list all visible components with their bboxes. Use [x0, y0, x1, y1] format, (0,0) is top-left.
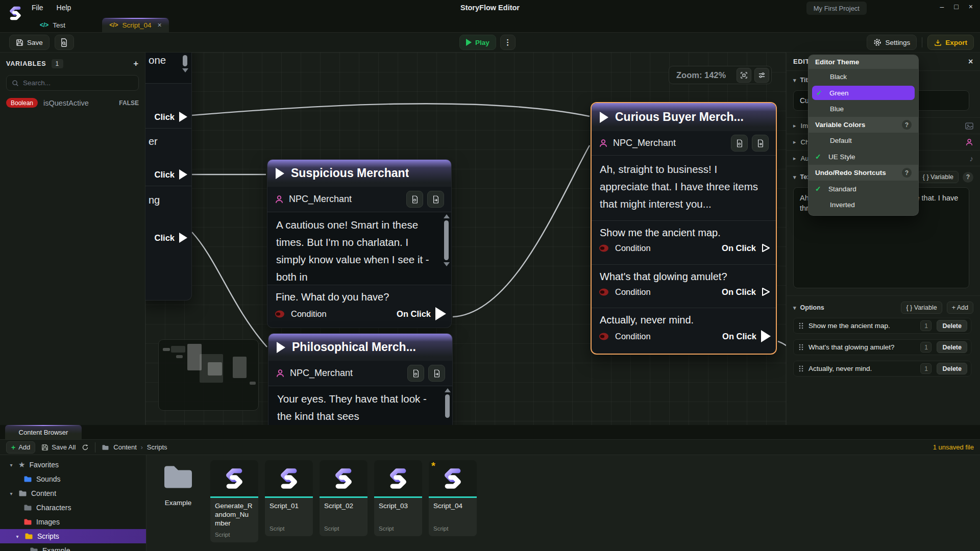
asset-card-script03[interactable]: Script_03 Script — [374, 460, 422, 536]
breadcrumb-scripts[interactable]: Scripts — [147, 443, 167, 451]
save-button[interactable]: Save — [9, 35, 50, 50]
search-input[interactable] — [23, 79, 133, 87]
preview-file-button[interactable] — [406, 191, 423, 208]
menu-item-inverted[interactable]: Inverted — [808, 197, 918, 213]
node-clipped-left[interactable]: one Click er Click ng — [145, 53, 192, 300]
tree-item-images[interactable]: Images — [0, 515, 146, 529]
dialogue-text[interactable]: A cautious one! Smart in these times. Bu… — [267, 212, 451, 285]
option-text[interactable]: Actually, never mind. — [592, 308, 776, 327]
asset-card-script02[interactable]: Script_02 Script — [320, 460, 368, 536]
onclick-handle[interactable]: Click — [155, 112, 187, 122]
onclick-handle[interactable]: Click — [155, 169, 187, 180]
option-text[interactable]: Fine. What do you have? — [267, 285, 451, 304]
insert-variable-button[interactable]: { } Variable — [918, 171, 959, 183]
tree-item-characters[interactable]: Characters — [0, 500, 146, 515]
menu-file[interactable]: File — [32, 4, 43, 12]
drag-handle-icon[interactable] — [799, 344, 803, 350]
drag-handle-icon[interactable] — [799, 322, 803, 329]
delete-option-button[interactable]: Delete — [937, 341, 967, 353]
menu-item-blue[interactable]: Blue — [808, 101, 918, 117]
menu-item-ue-style[interactable]: ✓ UE Style — [808, 148, 918, 165]
chevron-down-icon[interactable]: ▾ — [8, 462, 14, 468]
preview-file-button[interactable] — [731, 135, 748, 152]
breadcrumb-content[interactable]: Content — [113, 443, 137, 451]
play-button[interactable]: Play — [459, 35, 496, 50]
fit-view-button[interactable] — [737, 68, 751, 83]
chevron-down-icon[interactable]: ▾ — [14, 534, 20, 539]
save-all-button[interactable]: Save All — [41, 443, 76, 451]
settings-button[interactable]: Settings — [867, 35, 917, 50]
dialogue-text[interactable]: Your eyes. They have that look - the kin… — [268, 386, 452, 425]
maximize-icon[interactable]: □ — [954, 3, 958, 11]
open-file-button[interactable] — [427, 191, 444, 208]
help-icon[interactable]: ? — [963, 172, 973, 183]
onclick-handle[interactable]: On Click — [397, 307, 446, 320]
asset-card-generate-random-number[interactable]: Generate_Random_Number Script — [210, 460, 258, 542]
node-header[interactable]: Curious Buyer Merch... — [592, 103, 776, 131]
asset-card-script04[interactable]: * Script_04 Script — [429, 460, 477, 536]
minimize-icon[interactable]: – — [940, 3, 944, 11]
onclick-handle[interactable]: On Click — [722, 330, 771, 342]
help-icon[interactable]: ? — [902, 120, 912, 130]
tree-item-example[interactable]: Example — [0, 543, 146, 551]
onclick-handle[interactable]: Click — [155, 233, 187, 243]
menu-item-default[interactable]: Default — [808, 133, 918, 148]
option-block[interactable]: Show me the ancient map. Condition On Cl… — [592, 221, 776, 264]
onclick-handle[interactable]: On Click — [722, 243, 771, 253]
option-row[interactable]: Show me the ancient map. 1 Delete — [793, 318, 971, 334]
refresh-button[interactable] — [82, 444, 89, 451]
dialogue-text[interactable]: Ah, straight to business! I appreciate t… — [592, 156, 776, 221]
menu-item-green[interactable]: ✓ Green — [812, 86, 915, 100]
variable-row[interactable]: Boolean isQuestActive FALSE — [6, 98, 139, 108]
asset-folder-example[interactable]: Example — [153, 460, 204, 507]
node-header[interactable]: Suspicious Merchant — [267, 160, 451, 187]
scrollbar[interactable] — [443, 214, 450, 283]
option-block[interactable]: What's that glowing amulet? Condition On… — [592, 264, 776, 308]
option-row[interactable]: Actually, never mind. 1 Delete — [793, 361, 971, 377]
onclick-handle[interactable]: On Click — [722, 287, 771, 297]
tab-script04[interactable]: </> Script_04 × — [102, 18, 169, 32]
menu-item-standard[interactable]: ✓ Standard — [808, 181, 918, 197]
export-button[interactable]: Export — [927, 35, 974, 50]
tab-close-icon[interactable]: × — [158, 21, 162, 29]
more-options-button[interactable]: ⋮ — [500, 35, 516, 50]
tree-item-sounds[interactable]: Sounds — [0, 472, 146, 486]
option-text[interactable]: What's that glowing amulet? — [592, 265, 776, 284]
add-variable-button[interactable]: + — [133, 59, 139, 69]
node-graph-canvas[interactable]: one Click er Click ng — [145, 53, 786, 425]
node-curious-buyer-merchant[interactable]: Curious Buyer Merch... NPC_Merchant Ah, … — [591, 102, 777, 355]
option-row[interactable]: What's that glowing amulet? 1 Delete — [793, 339, 971, 355]
add-option-button[interactable]: + Add — [947, 302, 973, 314]
close-icon[interactable]: × — [969, 3, 973, 11]
preview-file-button[interactable] — [407, 365, 424, 382]
inspector-close-icon[interactable]: × — [968, 57, 973, 66]
content-browser-tab[interactable]: Content Browser — [5, 425, 82, 439]
delete-option-button[interactable]: Delete — [937, 363, 967, 374]
condition-label[interactable]: Condition — [291, 309, 327, 319]
tree-item-scripts[interactable]: ▾ Scripts — [0, 529, 146, 543]
node-header[interactable]: Philosophical Merch... — [268, 334, 452, 361]
variables-search[interactable] — [6, 75, 139, 91]
insert-variable-button[interactable]: { } Variable — [901, 302, 942, 314]
delete-option-button[interactable]: Delete — [937, 320, 967, 332]
help-icon[interactable]: ? — [902, 168, 912, 178]
open-file-button[interactable] — [428, 365, 445, 382]
tree-item-favorites[interactable]: ▾ ★ Favorites — [0, 458, 146, 472]
condition-label[interactable]: Condition — [615, 287, 651, 297]
scrollbar[interactable] — [182, 55, 188, 81]
add-asset-button[interactable]: + Add — [6, 441, 35, 454]
menu-help[interactable]: Help — [57, 4, 71, 12]
option-block[interactable]: Actually, never mind. Condition On Click — [592, 308, 776, 352]
minimap[interactable] — [158, 339, 259, 411]
scrollbar[interactable] — [444, 388, 451, 425]
chevron-down-icon[interactable]: ▾ — [8, 491, 14, 496]
script-preview-button[interactable] — [55, 35, 74, 50]
node-philosophical-merchant[interactable]: Philosophical Merch... NPC_Merchant Your… — [268, 333, 453, 425]
option-text[interactable]: Show me the ancient map. — [592, 221, 776, 240]
condition-label[interactable]: Condition — [615, 332, 651, 341]
condition-label[interactable]: Condition — [615, 243, 651, 253]
menu-item-black[interactable]: Black — [808, 69, 918, 85]
drag-handle-icon[interactable] — [799, 365, 803, 372]
tree-item-content[interactable]: ▾ Content — [0, 486, 146, 500]
canvas-settings-button[interactable] — [754, 68, 769, 83]
